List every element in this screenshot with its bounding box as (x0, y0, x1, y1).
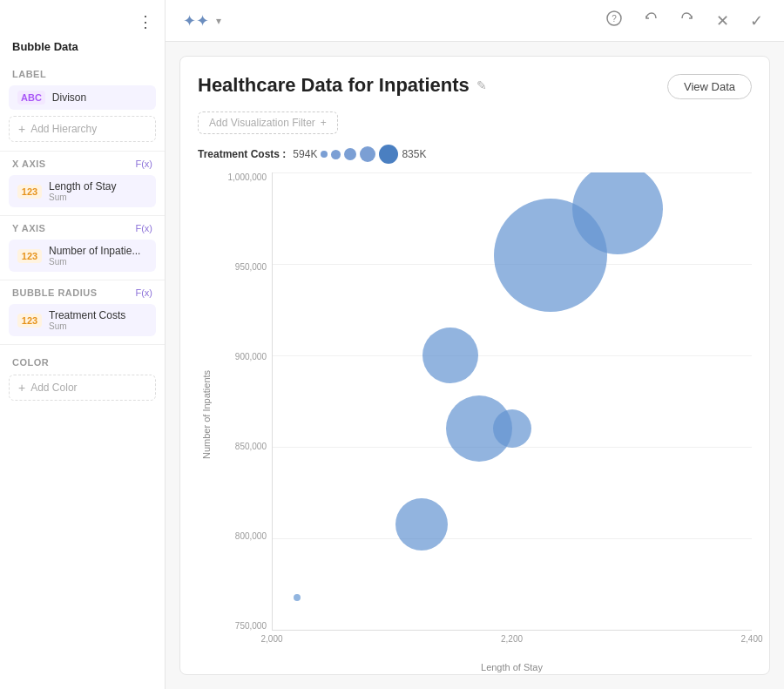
x-tick-1: 2,200 (501, 634, 523, 644)
legend-bubble-4 (360, 146, 375, 162)
chart-header: Healthcare Data for Inpatients ✎ View Da… (198, 74, 752, 99)
chart-container: Healthcare Data for Inpatients ✎ View Da… (179, 56, 770, 675)
field-type-icon-123-y: 123 (17, 249, 42, 263)
plus-icon-color: + (18, 381, 25, 395)
label-field-text: Divison (52, 91, 86, 104)
x-axis-label: Length of Stay (272, 662, 752, 672)
legend-label: Treatment Costs : (198, 148, 286, 160)
topbar-right: ? ✕ ✓ (603, 7, 767, 34)
main-content: ✦✦ ▾ ? ✕ ✓ Healthcare Data for Inpatient… (166, 0, 784, 689)
y-tick-5: 750,000 (235, 621, 267, 631)
field-type-icon-123-x: 123 (17, 185, 42, 199)
add-hierarchy-button[interactable]: + Add Hierarchy (9, 116, 156, 142)
bubble-radius-label: BUBBLE RADIUS (12, 287, 98, 298)
check-button[interactable]: ✓ (747, 8, 767, 34)
y-field-text: Number of Inpatie... Sum (49, 245, 140, 267)
topbar: ✦✦ ▾ ? ✕ ✓ (166, 0, 784, 42)
topbar-chevron-icon[interactable]: ▾ (216, 15, 221, 27)
bubble-field-name: Treatment Costs (49, 309, 125, 321)
x-axis-ticks: 2,000 2,200 2,400 (272, 631, 752, 657)
legend-min-value: 594K (293, 148, 317, 160)
y-field-name: Number of Inpatie... (49, 245, 140, 257)
add-hierarchy-label: Add Hierarchy (30, 123, 97, 135)
x-axis-field-chip[interactable]: 123 Length of Stay Sum (9, 175, 156, 207)
topbar-left: ✦✦ ▾ (183, 11, 221, 30)
y-axis-ticks: 1,000,000 950,000 900,000 850,000 800,00… (215, 172, 272, 631)
legend-max-value: 835K (402, 148, 426, 160)
x-axis-row: X AXIS F(x) (0, 157, 165, 172)
x-tick-2: 2,400 (740, 634, 762, 644)
x-tick-0: 2,000 (260, 634, 282, 644)
y-tick-0: 1,000,000 (228, 172, 267, 182)
legend-bubbles (321, 145, 398, 164)
chart-title: Healthcare Data for Inpatients (198, 74, 470, 97)
bubble-data-title: Bubble Data (0, 40, 165, 62)
options-menu-icon[interactable]: ⋮ (138, 12, 154, 31)
bubble-medium-bottom (395, 498, 448, 551)
x-axis-label: X AXIS (12, 159, 46, 169)
y-axis-row: Y AXIS F(x) (0, 221, 165, 237)
grid-line-4 (273, 538, 752, 539)
sidebar: ⋮ Bubble Data LABEL ABC Divison + Add Hi… (0, 0, 166, 689)
chart-plot: Number of Inpatients 1,000,000 950,000 9… (198, 172, 752, 657)
y-axis-label: Number of Inpatients (198, 172, 215, 657)
add-color-label: Add Color (30, 382, 77, 394)
svg-text:?: ? (612, 14, 617, 24)
grid-line-0 (273, 172, 752, 173)
bubble-medium-top (422, 328, 478, 383)
plot-canvas (272, 172, 752, 631)
add-filter-plus-icon: + (321, 117, 327, 129)
bubble-radius-fx-button[interactable]: F(x) (135, 287, 152, 298)
bubble-field-sub: Sum (49, 321, 125, 331)
add-filter-button[interactable]: Add Visualization Filter + (198, 111, 338, 134)
y-tick-1: 950,000 (235, 262, 267, 272)
bubble-field-text: Treatment Costs Sum (49, 309, 125, 331)
legend-bubble-1 (321, 151, 328, 158)
legend-bubble-5 (379, 145, 398, 164)
field-type-icon-123-bubble: 123 (17, 314, 42, 328)
x-axis-fx-button[interactable]: F(x) (135, 159, 152, 169)
bubble-largest (494, 199, 607, 312)
y-axis-label: Y AXIS (12, 223, 45, 233)
label-section-header: LABEL (0, 62, 165, 83)
bubble-radius-row: BUBBLE RADIUS F(x) (0, 286, 165, 301)
x-field-name: Length of Stay (49, 180, 116, 193)
color-section-header: COLOR (0, 350, 165, 371)
redo-button[interactable] (676, 7, 699, 34)
bubble-radius-field-chip[interactable]: 123 Treatment Costs Sum (9, 304, 156, 336)
add-filter-label: Add Visualization Filter (209, 117, 315, 129)
y-tick-2: 900,000 (235, 352, 267, 361)
field-type-icon-abc: ABC (17, 91, 45, 105)
sidebar-header: ⋮ (0, 9, 165, 40)
chart-title-row: Healthcare Data for Inpatients ✎ (198, 74, 487, 97)
add-color-button[interactable]: + Add Color (9, 375, 156, 401)
plot-area: 1,000,000 950,000 900,000 850,000 800,00… (215, 172, 752, 657)
y-axis-field-chip[interactable]: 123 Number of Inpatie... Sum (9, 240, 156, 272)
label-field-name: Divison (52, 91, 86, 104)
legend-bubble-3 (344, 148, 356, 160)
bubble-tiny (294, 594, 301, 601)
close-button[interactable]: ✕ (713, 8, 733, 34)
y-tick-4: 800,000 (235, 531, 267, 541)
chart-legend: Treatment Costs : 594K 835K (198, 145, 752, 164)
app-icon: ✦✦ (183, 11, 209, 30)
filter-bar: Add Visualization Filter + (198, 111, 752, 134)
x-field-text: Length of Stay Sum (49, 180, 116, 202)
plus-icon: + (18, 122, 25, 136)
y-field-sub: Sum (49, 257, 140, 267)
y-tick-3: 850,000 (235, 442, 267, 451)
bubble-small-overlap (493, 409, 531, 448)
view-data-button[interactable]: View Data (667, 74, 752, 99)
x-field-sub: Sum (49, 193, 116, 202)
help-button[interactable]: ? (603, 7, 625, 34)
y-axis-fx-button[interactable]: F(x) (135, 223, 152, 233)
grid-line-2 (273, 355, 752, 356)
undo-button[interactable] (639, 7, 662, 34)
edit-title-icon[interactable]: ✎ (476, 78, 487, 92)
legend-bubble-2 (331, 150, 341, 159)
label-field-chip[interactable]: ABC Divison (9, 85, 156, 110)
